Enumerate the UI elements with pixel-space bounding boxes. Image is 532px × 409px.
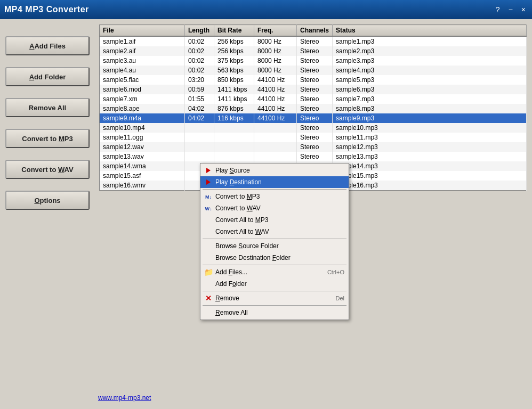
cell-freq: 8000 Hz [254,56,297,66]
cell-length: 04:02 [185,113,214,123]
cell-channels: Stereo [297,104,333,113]
cell-file: sample10.mp4 [100,123,185,133]
table-row[interactable]: sample8.ape04:02876 kbps44100 HzStereosa… [100,104,527,113]
table-row[interactable]: sample7.xm01:551411 kbps44100 HzStereosa… [100,94,527,104]
play-destination-icon [204,179,213,185]
convert-to-wav-button[interactable]: Convert to WAV [5,160,90,179]
table-row[interactable]: sample10.mp4Stereosample10.mp3 [100,123,527,133]
cell-channels: Stereo [297,46,333,56]
add-files-button[interactable]: AAdd Files [5,36,90,55]
context-menu-item-add-files[interactable]: 📁Add Files...Ctrl+O [200,266,349,278]
add-files-icon: 📁 [204,268,213,276]
cell-file: sample15.asf [100,171,185,181]
cell-channels: Stereo [297,142,333,152]
cell-file: sample7.xm [100,94,185,104]
context-menu-item-browse-source[interactable]: Browse Source Folder [200,240,349,252]
app-title: MP4 MP3 Converter [4,5,89,14]
close-button[interactable]: × [519,5,528,14]
remove-label: Remove [215,295,239,302]
convert-all-mp3-label: Convert All to MP3 [215,216,268,224]
col-status[interactable]: Status [333,25,527,37]
cell-freq: 8000 Hz [254,36,297,46]
cell-file: sample9.m4a [100,113,185,123]
help-button[interactable]: ? [494,5,502,14]
cell-status: sample1.mp3 [333,36,527,46]
table-row[interactable]: sample13.wavStereosample13.mp3 [100,152,527,161]
cell-bitrate: 563 kbps [214,66,254,75]
context-menu-item-browse-dest[interactable]: Browse Destination Folder [200,252,349,264]
play-source-icon [204,168,213,173]
table-row[interactable]: sample12.wavStereosample12.mp3 [100,142,527,152]
col-freq[interactable]: Freq. [254,25,297,37]
play-arrow-icon [206,168,211,173]
cell-status: sample2.mp3 [333,46,527,56]
context-menu-item-convert-all-wav[interactable]: Convert All to WAV [200,226,349,238]
cell-bitrate: 116 kbps [214,113,254,123]
cell-channels: Stereo [297,75,333,85]
context-menu-item-convert-all-mp3[interactable]: Convert All to MP3 [200,214,349,226]
add-files-label: Add Files... [215,268,247,276]
cell-status: sample6.mp3 [333,85,527,94]
cell-bitrate: 876 kbps [214,104,254,113]
remove-all-label: Remove All [215,309,248,316]
context-menu-item-play-destination[interactable]: Play Destination [200,176,349,188]
cell-length: 00:02 [185,66,214,75]
minimize-button[interactable]: − [506,5,515,14]
website-link[interactable]: www.mp4-mp3.net [98,394,151,402]
cell-bitrate: 1411 kbps [214,94,254,104]
cell-file: sample5.flac [100,75,185,85]
cell-length: 04:02 [185,104,214,113]
title-bar: MP4 MP3 Converter ? − × [0,0,532,19]
cell-bitrate: 256 kbps [214,46,254,56]
table-row[interactable]: sample1.aif00:02256 kbps8000 HzStereosam… [100,36,527,46]
table-row[interactable]: sample6.mod00:591411 kbps44100 HzStereos… [100,85,527,94]
cell-freq: 44100 Hz [254,113,297,123]
cell-status: sample12.mp3 [333,142,527,152]
cell-status: sample15.mp3 [333,171,527,181]
sidebar: AAdd Files Add Folder Remove All Convert… [0,19,96,409]
cell-file: sample14.wma [100,161,185,171]
cell-length: 00:02 [185,56,214,66]
col-bitrate[interactable]: Bit Rate [214,25,254,37]
add-folder-button[interactable]: Add Folder [5,67,90,86]
context-menu-separator [203,291,346,291]
col-channels[interactable]: Channels [297,25,333,37]
convert-to-mp3-icon: M↓ [204,194,213,200]
context-menu-item-play-source[interactable]: Play Source [200,165,349,176]
cell-length [185,142,214,152]
convert-to-mp3-button[interactable]: Convert to MP3 [5,129,90,148]
context-menu-item-remove[interactable]: ✕RemoveDel [200,292,349,304]
table-row[interactable]: sample5.flac03:20850 kbps44100 HzStereos… [100,75,527,85]
col-length[interactable]: Length [185,25,214,37]
cell-bitrate: 850 kbps [214,75,254,85]
table-row[interactable]: sample11.oggStereosample11.mp3 [100,133,527,142]
context-menu-item-add-folder[interactable]: Add Folder [200,278,349,290]
add-files-shortcut: Ctrl+O [327,269,344,275]
context-menu-item-convert-to-mp3[interactable]: M↓Convert to MP3 [200,191,349,202]
cell-status: sample5.mp3 [333,75,527,85]
remove-all-button[interactable]: Remove All [5,98,90,117]
options-button[interactable]: Options [5,191,90,210]
cell-channels: Stereo [297,56,333,66]
cell-channels: Stereo [297,66,333,75]
table-row[interactable]: sample9.m4a04:02116 kbps44100 HzStereosa… [100,113,527,123]
cell-status: sample16.mp3 [333,181,527,191]
cell-freq: 8000 Hz [254,46,297,56]
table-row[interactable]: sample3.au00:02375 kbps8000 HzStereosamp… [100,56,527,66]
context-menu-item-remove-all[interactable]: Remove All [200,307,349,318]
table-row[interactable]: sample4.au00:02563 kbps8000 HzStereosamp… [100,66,527,75]
context-menu-item-convert-to-wav[interactable]: W↓Convert to WAV [200,202,349,214]
cell-file: sample8.ape [100,104,185,113]
table-row[interactable]: sample2.aif00:02256 kbps8000 HzStereosam… [100,46,527,56]
convert-to-wav-label: Convert to WAV [215,204,261,212]
col-file[interactable]: File [100,25,185,37]
cell-file: sample1.aif [100,36,185,46]
cell-length [185,133,214,142]
cell-freq: 44100 Hz [254,75,297,85]
cell-file: sample6.mod [100,85,185,94]
cell-file: sample12.wav [100,142,185,152]
remove-shortcut: Del [335,295,344,301]
play-source-label: Play Source [215,167,250,174]
cell-status: sample9.mp3 [333,113,527,123]
cell-status: sample10.mp3 [333,123,527,133]
